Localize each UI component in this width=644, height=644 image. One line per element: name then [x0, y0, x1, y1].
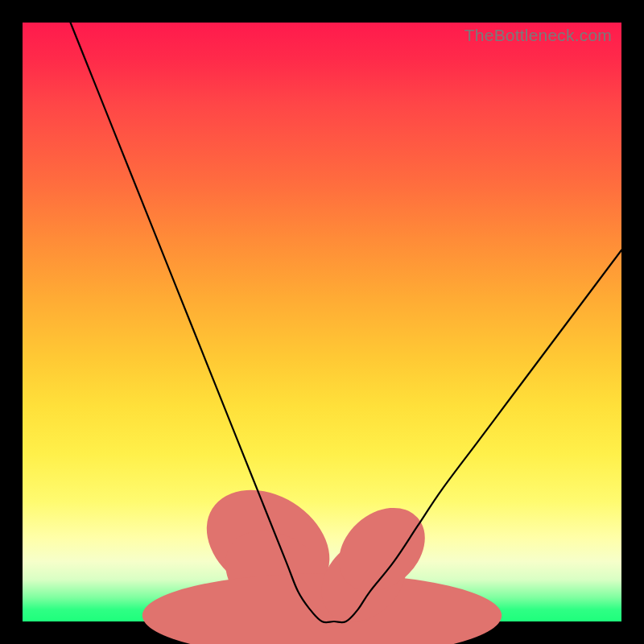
bottleneck-curve	[71, 23, 621, 622]
chart-overlay	[23, 23, 621, 621]
bead-bar	[142, 573, 502, 644]
bead-markers	[142, 468, 502, 644]
plot-area: TheBottleneck.com	[23, 23, 621, 621]
chart-frame: TheBottleneck.com	[0, 0, 644, 644]
